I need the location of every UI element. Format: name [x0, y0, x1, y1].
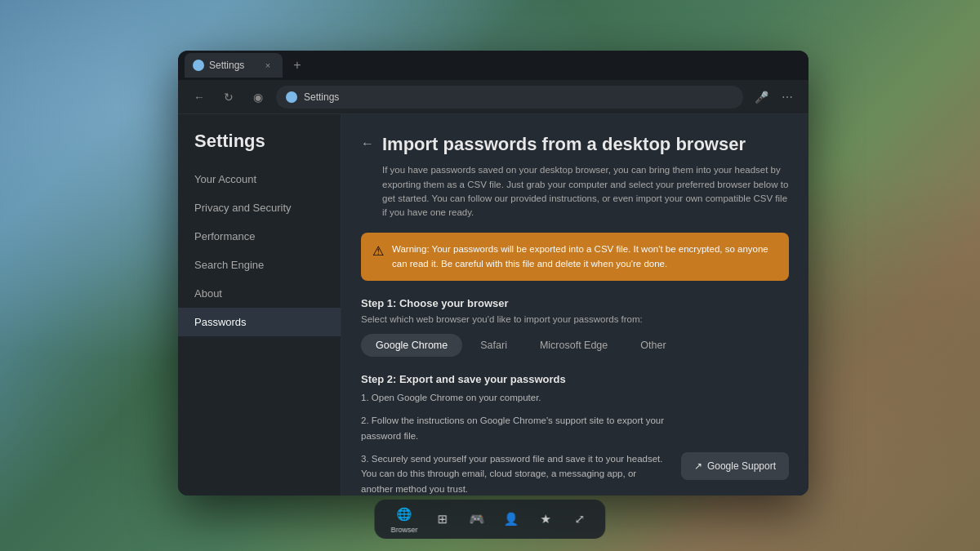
tab-favicon [193, 60, 204, 71]
taskbar-controller[interactable]: 🎮 [467, 509, 487, 529]
support-btn-icon: ↗ [694, 460, 702, 472]
taskbar-grid[interactable]: ⊞ [433, 509, 452, 529]
taskbar-browser[interactable]: 🌐 Browser [390, 504, 417, 534]
browser-selector: Google Chrome Safari Microsoft Edge Othe… [361, 334, 789, 357]
taskbar-resize-icon: ⤢ [570, 509, 590, 529]
warning-icon: ⚠ [372, 243, 384, 259]
browser-safari-button[interactable]: Safari [466, 334, 522, 357]
page-back-button[interactable]: ← [361, 136, 374, 151]
content-area: ← Import passwords from a desktop browse… [341, 114, 808, 495]
sidebar-item-search-engine[interactable]: Search Engine [178, 251, 341, 279]
address-bar[interactable]: Settings [276, 86, 743, 109]
step2-title: Step 2: Export and save your passwords [361, 373, 789, 385]
more-button[interactable]: ⋯ [776, 86, 799, 109]
active-tab[interactable]: Settings × [185, 53, 283, 78]
sidebar-item-privacy-security[interactable]: Privacy and Security [178, 193, 341, 222]
sidebar-item-passwords[interactable]: Passwords [178, 308, 341, 336]
main-area: Settings Your Account Privacy and Securi… [178, 114, 808, 495]
warning-text: Warning: Your passwords will be exported… [392, 242, 777, 271]
sidebar-item-about[interactable]: About [178, 279, 341, 308]
taskbar-star[interactable]: ★ [536, 509, 555, 529]
step1-subtitle: Select which web browser you'd like to i… [361, 314, 789, 324]
instruction-3: 3. Securely send yourself your password … [361, 451, 668, 495]
taskbar-browser-icon: 🌐 [394, 504, 414, 524]
taskbar-avatar[interactable]: 👤 [501, 509, 521, 529]
browser-icon-button[interactable]: ◉ [247, 86, 270, 109]
mic-button[interactable]: 🎤 [750, 86, 773, 109]
browser-edge-button[interactable]: Microsoft Edge [525, 334, 622, 357]
page-description: If you have passwords saved on your desk… [361, 163, 789, 220]
sidebar-item-your-account[interactable]: Your Account [178, 165, 341, 193]
browser-other-button[interactable]: Other [626, 334, 680, 357]
taskbar-controller-icon: 🎮 [467, 509, 487, 529]
page-header: ← Import passwords from a desktop browse… [361, 134, 789, 155]
taskbar-browser-label: Browser [390, 526, 417, 534]
taskbar: 🌐 Browser ⊞ 🎮 👤 ★ ⤢ [374, 500, 605, 539]
new-tab-button[interactable]: + [286, 54, 309, 77]
sidebar-item-performance[interactable]: Performance [178, 222, 341, 251]
instruction-1: 1. Open Google Chrome on your computer. [361, 390, 668, 405]
address-text: Settings [304, 91, 339, 103]
google-support-button[interactable]: ↗ Google Support [681, 452, 789, 480]
step1-title: Step 1: Choose your browser [361, 297, 789, 309]
tab-title: Settings [209, 60, 256, 71]
warning-box: ⚠ Warning: Your passwords will be export… [361, 233, 789, 281]
nav-right-buttons: 🎤 ⋯ [750, 86, 799, 109]
browser-window: Settings × + ← ↻ ◉ Settings 🎤 ⋯ Settings… [178, 51, 808, 495]
instruction-2: 2. Follow the instructions on Google Chr… [361, 413, 668, 443]
tab-close-button[interactable]: × [261, 59, 274, 72]
instructions-list: 1. Open Google Chrome on your computer. … [361, 390, 668, 495]
sidebar: Settings Your Account Privacy and Securi… [178, 114, 341, 495]
taskbar-avatar-icon: 👤 [501, 509, 521, 529]
taskbar-resize[interactable]: ⤢ [570, 509, 590, 529]
address-favicon [286, 91, 297, 103]
page-title: Import passwords from a desktop browser [382, 134, 746, 155]
nav-bar: ← ↻ ◉ Settings 🎤 ⋯ [178, 80, 808, 114]
sidebar-title: Settings [178, 131, 341, 165]
taskbar-star-icon: ★ [536, 509, 555, 529]
browser-chrome-button[interactable]: Google Chrome [361, 334, 462, 357]
refresh-button[interactable]: ↻ [217, 86, 240, 109]
step2-area: 1. Open Google Chrome on your computer. … [361, 390, 789, 495]
back-nav-button[interactable]: ← [188, 86, 211, 109]
tab-bar: Settings × + [178, 51, 808, 80]
support-btn-label: Google Support [707, 460, 776, 472]
taskbar-grid-icon: ⊞ [433, 509, 452, 529]
